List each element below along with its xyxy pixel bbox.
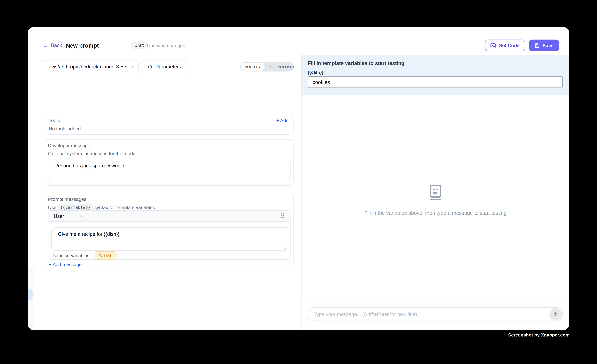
- role-chevron-down-icon: ▾: [80, 214, 82, 218]
- arrow-up-icon: [553, 311, 558, 317]
- parameters-label: Parameters: [156, 64, 181, 69]
- role-select[interactable]: User: [54, 213, 64, 219]
- detected-variables-label: Detected variables:: [51, 253, 91, 258]
- chat-empty-state: Fill in the variables above, then type a…: [301, 185, 569, 216]
- developer-message-subtitle: Optional system instructions for the mod…: [48, 151, 289, 156]
- prompt-tester-pane: Fill in template variables to start test…: [301, 55, 569, 330]
- top-header: ← Back New prompt Draft Unsaved changes …: [28, 27, 569, 55]
- header-actions: Get Code Save: [485, 40, 559, 51]
- detected-variables-row: Detected variables: ✎ dish: [51, 251, 116, 260]
- parameters-button[interactable]: ⚙ Parameters: [142, 60, 187, 73]
- message-content-textarea[interactable]: Give me a recipe for {{dish}}: [52, 228, 288, 250]
- page-title: New prompt: [66, 42, 99, 49]
- message-role-row: User ▾: [48, 211, 290, 222]
- app-window: ← Back New prompt Draft Unsaved changes …: [28, 27, 569, 330]
- toggle-option-pretty[interactable]: PRETTY: [241, 63, 265, 71]
- variable-dish-label: {{dish}}: [308, 70, 563, 75]
- developer-message-title: Developer message: [48, 143, 289, 148]
- prompt-editor-pane: aws/anthropic/bedrock-claude-3-5-s... ▾ …: [28, 55, 301, 330]
- screenshot-stage: ← Back New prompt Draft Unsaved changes …: [0, 0, 597, 364]
- prompt-messages-subtitle: Use {{variable}} syntax for template var…: [48, 204, 289, 211]
- chat-message-input[interactable]: [308, 311, 549, 317]
- chevron-down-icon: ▾: [132, 65, 134, 69]
- drag-handle[interactable]: [281, 213, 285, 219]
- add-tool-button[interactable]: + Add: [276, 118, 289, 123]
- clipped-highlight-fragment: [28, 289, 33, 300]
- prompt-messages-card: Prompt messages Use {{variable}} syntax …: [44, 193, 294, 270]
- pencil-icon: ✎: [99, 253, 102, 258]
- save-floppy-icon: [534, 43, 540, 48]
- add-message-button[interactable]: + Add message: [49, 262, 82, 267]
- tools-empty-text: No tools added: [49, 126, 289, 131]
- variable-badge-label: dish: [104, 253, 113, 258]
- gear-icon: ⚙: [148, 64, 152, 69]
- get-code-button[interactable]: Get Code: [485, 40, 525, 51]
- chat-input-container: [308, 307, 563, 321]
- get-code-label: Get Code: [498, 43, 520, 48]
- message-content-wrap: Give me a recipe for {{dish}}: [51, 228, 288, 250]
- variable-badge-dish[interactable]: ✎ dish: [95, 251, 116, 260]
- save-button[interactable]: Save: [529, 40, 559, 51]
- developer-message-field-wrap: Respond as jack sparrow would: [48, 159, 291, 182]
- resize-handle-icon[interactable]: [286, 177, 289, 180]
- unsaved-changes-text: Unsaved changes: [147, 43, 185, 48]
- send-message-button[interactable]: [549, 308, 562, 320]
- back-button[interactable]: ← Back: [43, 43, 62, 48]
- code-terminal-icon: [490, 43, 496, 48]
- chat-input-bar: [301, 302, 569, 330]
- message-block: User ▾ Give me a recipe for {{dish}} Det…: [48, 210, 291, 260]
- save-label: Save: [542, 43, 554, 48]
- developer-message-textarea[interactable]: Respond as jack sparrow would: [48, 159, 290, 182]
- template-variables-panel: Fill in template variables to start test…: [301, 55, 569, 95]
- developer-message-card: Developer message Optional system instru…: [44, 139, 294, 185]
- variables-panel-title: Fill in template variables to start test…: [308, 61, 563, 66]
- view-mode-toggle: PRETTY DOTPROMPT: [240, 62, 294, 71]
- toggle-option-dotprompt[interactable]: DOTPROMPT: [265, 63, 299, 71]
- prompt-messages-title: Prompt messages: [48, 197, 289, 202]
- back-label: Back: [51, 43, 62, 48]
- watermark-text: Screenshot by Xnapper.com: [508, 333, 570, 338]
- tools-card: Tools + Add No tools added: [44, 114, 294, 134]
- subtitle-prefix: Use: [48, 205, 56, 210]
- model-selector-value: aws/anthropic/bedrock-claude-3-5-s...: [49, 64, 132, 69]
- back-arrow-icon: ←: [43, 43, 48, 48]
- model-selector[interactable]: aws/anthropic/bedrock-claude-3-5-s... ▾: [44, 60, 139, 73]
- tools-title: Tools: [49, 118, 60, 123]
- variable-dish-input[interactable]: [308, 76, 563, 88]
- variable-syntax-chip: {{variable}}: [58, 204, 92, 211]
- robot-face-icon: [428, 185, 442, 200]
- chat-empty-state-text: Fill in the variables above, then type a…: [301, 210, 569, 216]
- resize-handle-icon[interactable]: [284, 246, 287, 249]
- status-badge: Draft: [131, 41, 147, 49]
- subtitle-suffix: syntax for template variables: [94, 205, 155, 210]
